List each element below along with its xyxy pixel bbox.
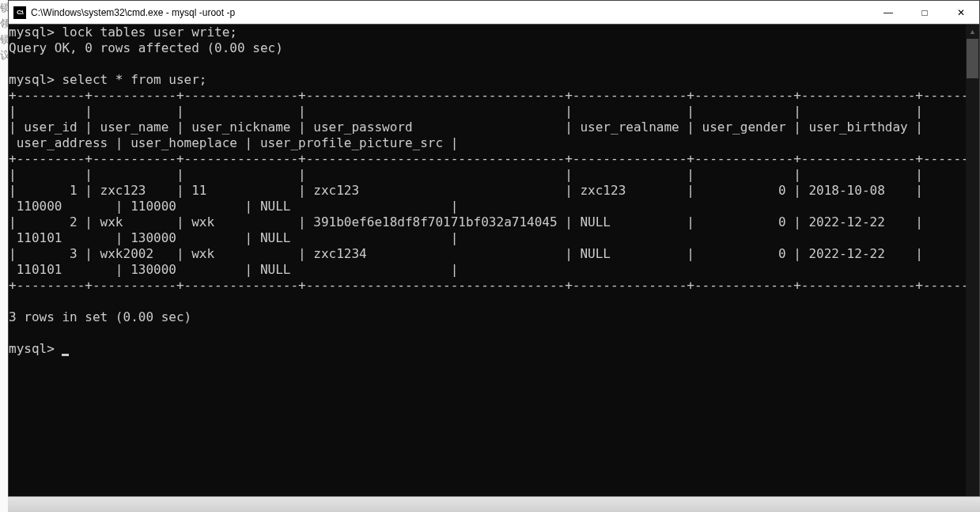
bottom-taskbar-fragment	[8, 496, 980, 512]
cmd-icon: C:\	[13, 6, 26, 19]
titlebar[interactable]: C:\ C:\Windows\system32\cmd.exe - mysql …	[9, 1, 979, 25]
minimize-button[interactable]: —	[870, 1, 906, 25]
titlebar-controls: — □ ✕	[870, 1, 979, 24]
close-button[interactable]: ✕	[943, 1, 979, 25]
maximize-button[interactable]: □	[906, 1, 943, 25]
window-title: C:\Windows\system32\cmd.exe - mysql -uro…	[31, 7, 870, 18]
terminal[interactable]: mysql> lock tables user write; Query OK,…	[9, 25, 966, 511]
cmd-window: C:\ C:\Windows\system32\cmd.exe - mysql …	[8, 0, 980, 512]
scrollbar-thumb[interactable]	[967, 39, 978, 78]
cursor	[62, 354, 69, 356]
scroll-up-arrow[interactable]: ▲	[966, 25, 979, 38]
vertical-scrollbar[interactable]: ▲ ▼	[966, 25, 979, 511]
background-text-strip: 锁领锁议	[0, 0, 8, 512]
terminal-area: mysql> lock tables user write; Query OK,…	[9, 25, 979, 511]
